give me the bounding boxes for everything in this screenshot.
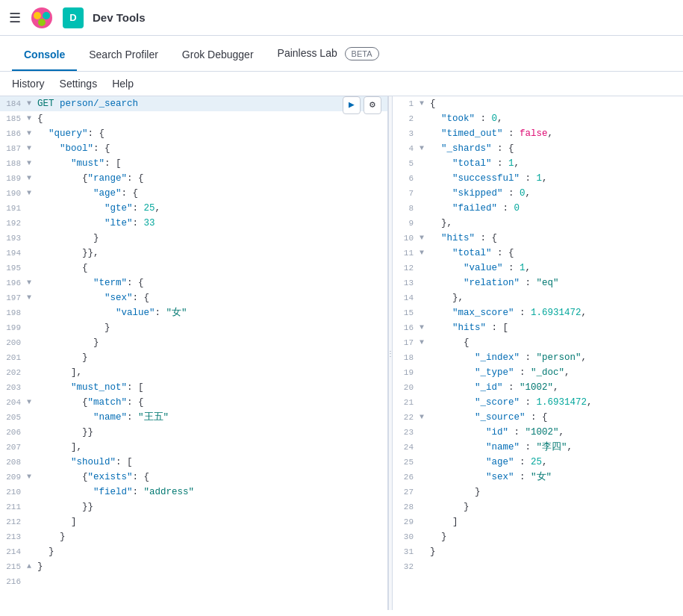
line-number: 208 [0, 455, 27, 470]
tab-console[interactable]: Console [12, 40, 77, 71]
line-content: }, [428, 216, 683, 231]
table-row: 30 } [393, 529, 683, 544]
line-content: "should": [ [36, 455, 387, 470]
line-content: "value" : 1, [428, 261, 683, 276]
line-content: "_type" : "_doc", [428, 365, 683, 380]
tab-painless-lab[interactable]: Painless Lab BETA [266, 38, 391, 71]
fold-icon[interactable]: ▼ [27, 395, 36, 410]
tab-search-profiler[interactable]: Search Profiler [77, 40, 170, 71]
line-content: "query": { [36, 126, 387, 141]
line-content: "must": [ [36, 156, 387, 171]
run-button[interactable]: ▶ [343, 96, 361, 114]
line-number: 16 [393, 320, 420, 335]
table-row: 26 "sex" : "女" [393, 470, 683, 485]
table-row: 21 "_score" : 1.6931472, [393, 395, 683, 410]
line-number: 185 [0, 111, 27, 126]
line-content: "relation" : "eq" [428, 276, 683, 290]
line-number: 24 [393, 440, 420, 455]
fold-icon[interactable]: ▼ [27, 470, 36, 485]
subnav-help[interactable]: Help [112, 78, 134, 90]
line-content: } [36, 231, 387, 246]
line-content: }} [36, 500, 387, 514]
fold-icon[interactable]: ▼ [420, 141, 428, 156]
table-row: 199 } [0, 320, 387, 335]
line-number: 13 [393, 276, 420, 290]
table-row: 215▲} [0, 559, 387, 574]
app-title: Dev Tools [93, 11, 146, 24]
fold-icon[interactable]: ▼ [420, 410, 428, 425]
fold-icon[interactable]: ▼ [27, 276, 36, 290]
line-content: } [428, 500, 683, 514]
subnav-settings[interactable]: Settings [60, 78, 98, 90]
fold-icon[interactable]: ▼ [27, 126, 36, 141]
line-number: 30 [393, 529, 420, 544]
fold-icon[interactable]: ▼ [27, 171, 36, 186]
line-number: 10 [393, 231, 420, 246]
line-number: 215 [0, 559, 27, 574]
line-number: 204 [0, 395, 27, 410]
table-row: 4▼ "_shards" : { [393, 141, 683, 156]
table-row: 205 "name": "王五" [0, 410, 387, 425]
table-row: 198 "value": "女" [0, 305, 387, 320]
line-number: 1 [393, 96, 420, 111]
line-content: } [428, 485, 683, 500]
subnav-history[interactable]: History [12, 78, 45, 90]
line-content: } [428, 529, 683, 544]
fold-icon[interactable]: ▼ [27, 111, 36, 126]
line-content: "successful" : 1, [428, 171, 683, 186]
user-avatar[interactable]: D [63, 7, 84, 28]
result-code[interactable]: 1▼{2 "took" : 0,3 "timed_out" : false,4▼… [393, 96, 683, 610]
tab-grok-debugger[interactable]: Grok Debugger [170, 40, 266, 71]
table-row: 187▼ "bool": { [0, 141, 387, 156]
line-content: "took" : 0, [428, 111, 683, 126]
line-content: } [36, 320, 387, 335]
line-number: 29 [393, 514, 420, 529]
line-content: "_shards" : { [428, 141, 683, 156]
fold-icon[interactable]: ▼ [420, 335, 428, 350]
table-row: 211 }} [0, 500, 387, 514]
table-row: 197▼ "sex": { [0, 290, 387, 305]
table-row: 6 "successful" : 1, [393, 171, 683, 186]
table-row: 207 ], [0, 440, 387, 455]
line-content: "hits" : { [428, 231, 683, 246]
fold-icon[interactable]: ▼ [420, 320, 428, 335]
line-number: 17 [393, 335, 420, 350]
line-number: 20 [393, 380, 420, 395]
line-content: } [428, 544, 683, 559]
line-content: {"match": { [36, 395, 387, 410]
line-number: 2 [393, 111, 420, 126]
table-row: 1▼{ [393, 96, 683, 111]
fold-icon[interactable]: ▼ [420, 231, 428, 246]
code-editor[interactable]: 184▼GET person/_search▶⚙185▼{186▼ "query… [0, 96, 387, 610]
table-row: 28 } [393, 500, 683, 514]
line-number: 21 [393, 395, 420, 410]
fold-icon[interactable]: ▼ [420, 96, 428, 111]
line-content: {"range": { [36, 171, 387, 186]
line-content: } [36, 544, 387, 559]
line-number: 7 [393, 186, 420, 201]
fold-icon[interactable]: ▲ [27, 559, 36, 574]
fold-icon[interactable]: ▼ [27, 141, 36, 156]
line-number: 27 [393, 485, 420, 500]
settings-button[interactable]: ⚙ [364, 96, 381, 114]
fold-icon[interactable]: ▼ [27, 156, 36, 171]
line-content: "gte": 25, [36, 201, 387, 216]
line-number: 203 [0, 380, 27, 395]
fold-icon[interactable]: ▼ [27, 186, 36, 201]
table-row: 29 ] [393, 514, 683, 529]
line-content: }}, [36, 246, 387, 261]
line-number: 200 [0, 335, 27, 350]
table-row: 186▼ "query": { [0, 126, 387, 141]
fold-icon[interactable]: ▼ [420, 246, 428, 261]
table-row: 24 "name" : "李四", [393, 440, 683, 455]
table-row: 213 } [0, 529, 387, 544]
fold-icon[interactable]: ▼ [27, 96, 36, 111]
line-content: "field": "address" [36, 485, 387, 500]
fold-icon[interactable]: ▼ [27, 290, 36, 305]
line-content: "must_not": [ [36, 380, 387, 395]
line-content: "term": { [36, 276, 387, 290]
line-content: } [36, 559, 387, 574]
menu-icon[interactable]: ☰ [9, 10, 21, 26]
svg-point-3 [38, 19, 46, 26]
line-number: 187 [0, 141, 27, 156]
